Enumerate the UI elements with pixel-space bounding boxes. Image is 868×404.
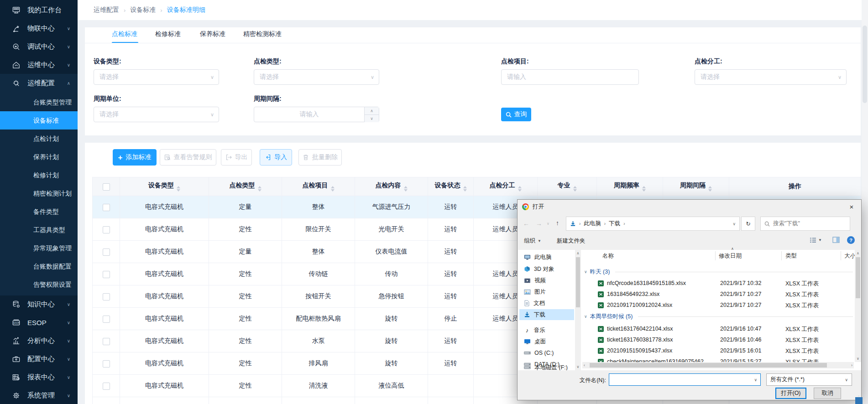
row-checkbox[interactable]: [103, 338, 110, 345]
nav-os-c-drive[interactable]: OS (C:): [519, 347, 574, 358]
sidebar-item-spare-type[interactable]: 备件类型: [0, 202, 78, 221]
address-crumb-this-pc[interactable]: 此电脑: [584, 220, 601, 228]
sidebar-item-maintain-plan[interactable]: 保养计划: [0, 148, 78, 166]
new-folder-button[interactable]: 新建文件夹: [557, 237, 586, 245]
file-group-yesterday[interactable]: ∨ 昨天 (3): [584, 267, 853, 276]
search-button[interactable]: 查询: [501, 108, 531, 121]
column-divider[interactable]: [715, 251, 716, 260]
cycle-unit-select[interactable]: 请选择 ∨: [94, 107, 219, 122]
sidebar-item-esop[interactable]: ESOP ESOP ∨: [0, 313, 78, 331]
sort-icon[interactable]: [177, 186, 180, 192]
nav-3d-objects[interactable]: 3D 对象: [519, 264, 574, 275]
sidebar-item-config-center[interactable]: 配置中心 ∨: [0, 350, 78, 368]
preview-pane-button[interactable]: [832, 237, 840, 243]
up-icon[interactable]: ↑: [556, 219, 559, 227]
col-cycle-frequency[interactable]: 周期频率: [597, 177, 663, 196]
col-check-item[interactable]: 点检项目: [282, 177, 355, 196]
col-specialty[interactable]: 专业: [538, 177, 597, 196]
sidebar-item-workbench[interactable]: 我的工作台: [0, 1, 78, 19]
breadcrumb-item[interactable]: 设备标准: [130, 6, 156, 14]
scroll-right-icon[interactable]: ›: [851, 363, 852, 368]
file-list-vscrollbar[interactable]: ∧ ∨: [855, 250, 861, 362]
sidebar-item-analysis-center[interactable]: 分析中心 ∨: [0, 331, 78, 350]
sort-icon[interactable]: [642, 186, 646, 192]
scrollbar-thumb[interactable]: [590, 363, 827, 368]
device-type-select[interactable]: 请选择 ∨: [94, 69, 219, 85]
breadcrumb-item[interactable]: 运维配置: [94, 6, 119, 14]
batch-delete-button[interactable]: 批量删除: [298, 149, 342, 166]
forward-icon[interactable]: →: [536, 220, 542, 227]
tab-precision-standard[interactable]: 精密检测标准: [243, 30, 282, 43]
sidebar-item-anomaly-mgmt[interactable]: 异常现象管理: [0, 239, 78, 257]
sort-icon[interactable]: [463, 186, 467, 192]
file-item[interactable]: 20210917100912024.xlsx 2021/9/17 10:27 X…: [581, 300, 854, 311]
sidebar-item-device-standard[interactable]: 设备标准: [0, 111, 78, 129]
close-icon[interactable]: ×: [842, 200, 862, 213]
row-checkbox[interactable]: [103, 360, 110, 368]
sort-icon[interactable]: [573, 186, 577, 192]
tab-maintain-standard[interactable]: 保养标准: [200, 30, 225, 43]
stepper-up-button[interactable]: ∧: [365, 107, 379, 114]
export-button[interactable]: 导出: [221, 149, 252, 166]
scrollbar-thumb[interactable]: [863, 26, 867, 103]
sidebar-item-knowledge-center[interactable]: 知识中心 ∨: [0, 295, 78, 313]
file-item[interactable]: 20210915150915437.xlsx 2021/9/15 16:01 X…: [581, 346, 854, 357]
dialog-search-input[interactable]: 搜索"下载": [760, 217, 850, 231]
nav-videos[interactable]: 视频: [519, 275, 574, 286]
row-checkbox[interactable]: [103, 383, 110, 390]
select-all-checkbox[interactable]: [103, 183, 110, 191]
sidebar-item-alarm-permission[interactable]: 告警权限设置: [0, 275, 78, 294]
row-checkbox[interactable]: [103, 271, 110, 278]
import-button[interactable]: 导入: [260, 149, 292, 166]
check-division-select[interactable]: 请选择 ∨: [695, 69, 847, 85]
dialog-titlebar[interactable]: 打开: [518, 200, 861, 213]
sort-icon[interactable]: [331, 186, 335, 192]
file-item[interactable]: nfcQrcode1631845915185.xlsx 2021/9/17 10…: [581, 278, 854, 289]
nav-this-pc[interactable]: 此电脑: [519, 252, 574, 263]
check-item-input[interactable]: 请输入: [501, 69, 639, 85]
row-checkbox[interactable]: [103, 249, 110, 256]
address-dropdown-icon[interactable]: ∨: [732, 222, 736, 226]
col-cycle-interval[interactable]: 周期间隔: [663, 177, 729, 196]
scrollbar-thumb[interactable]: [576, 257, 580, 307]
sidebar-item-tool-type[interactable]: 工器具类型: [0, 221, 78, 239]
back-icon[interactable]: ←: [523, 220, 529, 227]
file-list-hscrollbar[interactable]: ‹ ›: [582, 362, 854, 368]
file-type-filter-select[interactable]: 所有文件 (*.*) ∨: [766, 373, 852, 386]
nav-documents[interactable]: 文档: [519, 298, 574, 309]
history-chevron-icon[interactable]: ∨: [547, 222, 549, 226]
scroll-up-icon[interactable]: ∧: [855, 250, 861, 255]
sidebar-item-debug-center[interactable]: 调试中心 ∨: [0, 37, 78, 56]
nav-pictures[interactable]: 图片: [519, 286, 574, 297]
chevron-down-icon[interactable]: ∨: [751, 378, 760, 382]
sidebar-item-ledger-type-mgmt[interactable]: 台账类型管理: [0, 93, 78, 111]
sidebar-item-iot-center[interactable]: 物联中心 ∨: [0, 19, 78, 37]
sort-icon[interactable]: [404, 186, 408, 192]
scroll-up-icon[interactable]: ∧: [575, 250, 581, 255]
view-alarm-rules-button[interactable]: 查看告警规则: [160, 149, 216, 166]
col-device-status[interactable]: 设备状态: [428, 177, 474, 196]
floating-widget[interactable]: [855, 397, 863, 404]
file-group-earlier-this-week[interactable]: ∨ 本周早些时候 (5): [584, 312, 853, 321]
col-size[interactable]: 大小: [844, 252, 856, 260]
scroll-down-icon[interactable]: ∨: [855, 357, 861, 361]
sort-icon[interactable]: [518, 186, 522, 192]
organize-menu[interactable]: 组织 ▼: [524, 237, 541, 245]
row-checkbox[interactable]: [103, 226, 110, 233]
row-checkbox[interactable]: [103, 293, 110, 300]
cycle-interval-number-input[interactable]: 请输入 ∧ ∨: [254, 107, 379, 122]
col-type[interactable]: 类型: [785, 252, 797, 260]
column-divider[interactable]: [841, 251, 841, 260]
col-check-type[interactable]: 点检类型: [209, 177, 282, 196]
open-button[interactable]: 打开(O): [775, 388, 806, 399]
col-check-division[interactable]: 点检分工: [474, 177, 538, 196]
sidebar-item-system-mgmt[interactable]: 系统管理 ∨: [0, 386, 78, 404]
address-crumb-downloads[interactable]: 下载: [609, 220, 620, 228]
scroll-down-icon[interactable]: ∨: [575, 365, 581, 369]
sort-icon[interactable]: [258, 186, 261, 192]
sidebar-item-precision-check-plan[interactable]: 精密检测计划: [0, 184, 78, 202]
sort-icon[interactable]: [708, 186, 712, 192]
address-bar[interactable]: › 此电脑 › 下载 › ∨: [566, 217, 740, 231]
refresh-icon[interactable]: ↻: [741, 217, 755, 231]
file-item[interactable]: 1631845649232.xlsx 2021/9/17 10:27 XLSX …: [581, 289, 854, 300]
